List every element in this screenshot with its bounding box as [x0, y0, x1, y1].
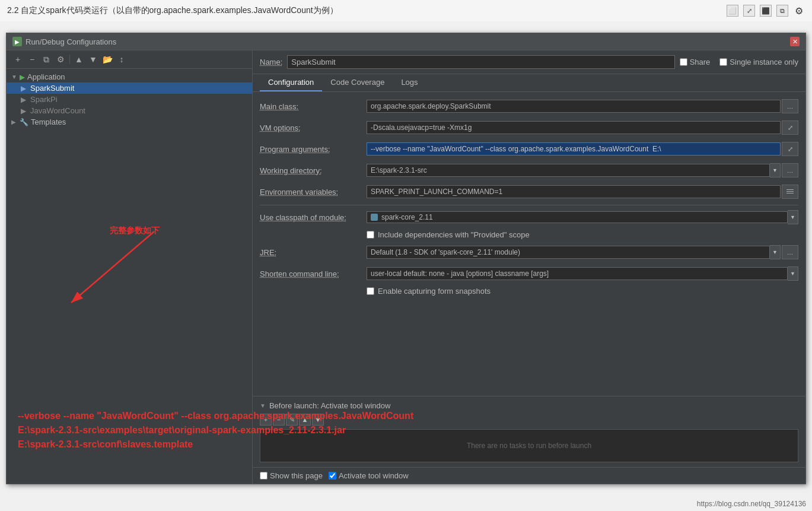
tree-item-application[interactable]: ▼ ▶ Application: [7, 71, 252, 82]
tree-item-templates[interactable]: ▶ 🔧 Templates: [7, 116, 252, 128]
edit-launch-task-button[interactable]: ✎: [286, 414, 298, 426]
program-args-input[interactable]: [367, 142, 781, 155]
env-vars-input[interactable]: [367, 185, 781, 198]
working-dir-browse-button[interactable]: …: [782, 163, 798, 177]
add-launch-task-button[interactable]: +: [260, 414, 272, 426]
enable-capture-checkbox[interactable]: [367, 287, 374, 295]
jre-row: JRE: Default (1.8 - SDK of 'spark-core_2…: [260, 244, 798, 261]
settings-config-button[interactable]: ⚙: [54, 53, 67, 66]
dialog-app-icon: ▶: [12, 37, 22, 46]
main-class-row: Main class: …: [260, 98, 798, 115]
classpath-dropdown-arrow[interactable]: ▼: [788, 210, 798, 224]
launch-empty-text: There are no tasks to run before launch: [467, 442, 591, 450]
main-class-input[interactable]: [367, 100, 781, 113]
env-vars-label: Environment variables:: [260, 188, 367, 196]
working-dir-input[interactable]: [367, 164, 770, 177]
before-launch-header: ▼ Before launch: Activate tool window: [260, 401, 798, 410]
share-checkbox-label[interactable]: Share: [680, 58, 711, 66]
svg-rect-1: [786, 191, 794, 192]
launch-empty-message: There are no tasks to run before launch: [260, 429, 798, 462]
right-panel: Name: Share Single instance only Configu…: [253, 50, 805, 484]
move-up-button[interactable]: ▲: [72, 53, 85, 66]
include-deps-checkbox[interactable]: [367, 231, 374, 239]
tab-configuration[interactable]: Configuration: [260, 74, 322, 91]
share-checkbox[interactable]: [680, 58, 687, 66]
svg-rect-0: [786, 189, 794, 190]
single-instance-checkbox-label[interactable]: Single instance only: [719, 58, 798, 66]
sparksubmit-label: SparkSubmit: [30, 84, 74, 93]
vm-options-expand-button[interactable]: ⤢: [782, 120, 798, 135]
classpath-label: Use classpath of module:: [260, 213, 367, 222]
classpath-value: spark-core_2.11: [381, 213, 784, 221]
main-class-label: Main class:: [260, 102, 367, 111]
open-folder-button[interactable]: 📂: [101, 53, 114, 66]
jre-dropdown-arrow[interactable]: ▼: [770, 245, 781, 259]
vm-options-label: VM options:: [260, 123, 367, 132]
shorten-cmd-label: Shorten command line:: [260, 269, 367, 278]
shorten-cmd-dropdown-arrow[interactable]: ▼: [788, 266, 798, 281]
program-args-expand-button[interactable]: ⤢: [782, 142, 798, 156]
top-icons: ⬜ ⤢ ⬛ ⧉ ⚙: [727, 5, 805, 17]
program-args-label: Program arguments:: [260, 145, 367, 154]
activate-check-label[interactable]: Activate tool window: [329, 471, 409, 480]
shorten-cmd-row: Shorten command line: user-local default…: [260, 265, 798, 282]
move-down-button[interactable]: ▼: [87, 53, 100, 66]
remove-config-button[interactable]: −: [26, 53, 39, 66]
minimize-icon[interactable]: ⬛: [760, 5, 772, 17]
left-panel: + − ⧉ ⚙ ▲ ▼ 📂 ↕ ▼ ▶ Application: [7, 50, 253, 484]
tab-logs[interactable]: Logs: [393, 74, 426, 91]
copy-config-button[interactable]: ⧉: [40, 53, 53, 66]
before-launch-collapse-icon[interactable]: ▼: [260, 402, 266, 409]
templates-arrow: ▶: [11, 119, 17, 125]
activate-checkbox[interactable]: [329, 472, 336, 480]
working-dir-row: Working directory: ▼ …: [260, 162, 798, 179]
sparkpi-icon: ▶: [18, 96, 28, 104]
restore-icon[interactable]: ⬜: [727, 5, 738, 17]
add-config-button[interactable]: +: [11, 53, 24, 66]
watermark: https://blog.csdn.net/qq_39124136: [697, 500, 806, 508]
single-instance-checkbox[interactable]: [719, 58, 727, 66]
tab-code-coverage[interactable]: Code Coverage: [322, 74, 393, 91]
working-dir-dropdown-arrow[interactable]: ▼: [770, 163, 781, 177]
env-vars-row: Environment variables:: [260, 183, 798, 200]
gear-icon[interactable]: ⚙: [793, 5, 805, 17]
dialog-title-text: Run/Debug Configurations: [26, 37, 116, 46]
classpath-row: Use classpath of module: spark-core_2.11…: [260, 209, 798, 226]
tree-item-sparkpi[interactable]: ▶ SparkPi: [7, 94, 252, 105]
move-up-launch-button[interactable]: ▲: [299, 414, 311, 426]
remove-launch-task-button[interactable]: −: [273, 414, 285, 426]
dialog-titlebar: ▶ Run/Debug Configurations ✕: [7, 33, 805, 50]
name-row: Name: Share Single instance only: [253, 50, 805, 74]
main-class-browse-button[interactable]: …: [782, 99, 798, 113]
include-deps-row: Include dependencies with "Provided" sco…: [367, 230, 798, 239]
shorten-cmd-value: user-local default: none - java [options…: [371, 269, 549, 278]
before-launch-title: Before launch: Activate tool window: [269, 401, 391, 410]
launch-toolbar: + − ✎ ▲ ▼: [260, 414, 798, 426]
show-page-label: Show this page: [270, 471, 323, 480]
include-deps-label[interactable]: Include dependencies with "Provided" sco…: [378, 230, 530, 239]
sort-button[interactable]: ↕: [115, 53, 128, 66]
run-debug-dialog: ▶ Run/Debug Configurations ✕ + − ⧉ ⚙ ▲ ▼…: [6, 33, 806, 484]
templates-label: Templates: [31, 118, 66, 126]
annotation-text: 2.2 自定义spark代码类运行（以自带的org.apache.spark.e…: [7, 5, 338, 16]
tree-item-sparksubmit[interactable]: ▶ SparkSubmit: [7, 82, 252, 94]
name-label: Name:: [260, 58, 282, 66]
dialog-body: + − ⧉ ⚙ ▲ ▼ 📂 ↕ ▼ ▶ Application: [7, 50, 805, 484]
copy2-icon[interactable]: ⧉: [776, 5, 788, 17]
application-icon: ▶: [20, 73, 25, 81]
show-page-checkbox[interactable]: [260, 472, 268, 480]
application-label: Application: [27, 72, 65, 81]
share-label: Share: [690, 58, 711, 66]
vm-options-input[interactable]: [367, 121, 781, 134]
program-args-row: Program arguments: ⤢: [260, 141, 798, 157]
tree-item-javawordcount[interactable]: ▶ JavaWordCount: [7, 105, 252, 116]
dialog-close-button[interactable]: ✕: [790, 37, 800, 46]
move-down-launch-button[interactable]: ▼: [312, 414, 324, 426]
name-input[interactable]: [287, 55, 674, 69]
enable-capture-label[interactable]: Enable capturing form snapshots: [378, 287, 491, 296]
show-page-check-label[interactable]: Show this page: [260, 471, 323, 480]
env-vars-edit-button[interactable]: [782, 185, 798, 199]
maximize-icon[interactable]: ⤢: [743, 5, 755, 17]
before-launch-section: ▼ Before launch: Activate tool window + …: [253, 396, 805, 467]
jre-browse-button[interactable]: …: [782, 245, 798, 259]
